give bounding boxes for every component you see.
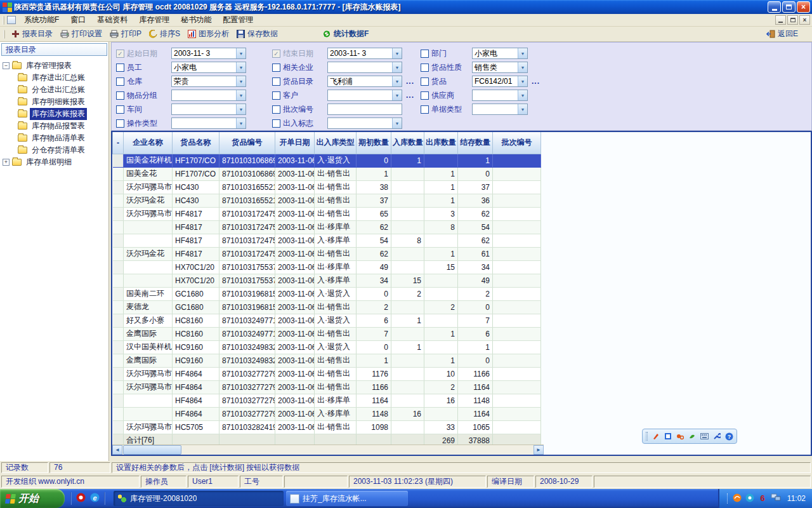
- goods-select[interactable]: FC6142/01▼: [472, 76, 528, 87]
- back-button[interactable]: 返回E: [763, 27, 802, 41]
- batch-no-input[interactable]: [327, 104, 402, 115]
- grid-row-10[interactable]: HX70C1/2087101031755372003-11-06入·移库单341…: [113, 274, 541, 287]
- column-header-10[interactable]: 批次编号: [493, 132, 541, 154]
- start-date-select[interactable]: 2003-11- 3▼: [171, 48, 246, 59]
- tree-item-1[interactable]: −库存管理报表: [3, 60, 108, 72]
- mdi-restore-button[interactable]: [787, 15, 798, 25]
- horizontal-scrollbar[interactable]: ◄ ►: [112, 444, 544, 455]
- grid-row-11[interactable]: 国美南二环GC168087101031968152003-11-06入·退货入0…: [113, 287, 541, 300]
- grid-row-6[interactable]: HF481787101031724752003-11-06出·移库单62854: [113, 220, 541, 234]
- ime-tools-icon[interactable]: [712, 432, 721, 441]
- ime-grip[interactable]: [646, 432, 648, 441]
- column-header-1[interactable]: 企业名称: [124, 132, 173, 154]
- doc-type-select[interactable]: ▼: [472, 104, 528, 115]
- dropdown-arrow-icon[interactable]: ▼: [518, 104, 527, 114]
- ime-help-icon[interactable]: ?: [725, 432, 733, 441]
- inout-flag-checkbox[interactable]: [272, 119, 280, 128]
- taskbar-button-2[interactable]: 挂芳_库存流水帐...: [286, 491, 408, 506]
- grid-row-7[interactable]: HF481787101031724752003-11-06入·移库单54862: [113, 234, 541, 247]
- start-date-checkbox[interactable]: ✓: [116, 50, 124, 58]
- tray-icon-2[interactable]: [745, 493, 754, 504]
- grid-row-12[interactable]: 麦德龙GC168087101031968152003-11-06出·销售出220: [113, 300, 541, 314]
- goods-catalog-select[interactable]: 飞利浦▼: [327, 76, 402, 87]
- customer-checkbox[interactable]: [272, 91, 280, 100]
- ime-keyboard-icon[interactable]: [700, 432, 709, 441]
- employee-select[interactable]: 小家电▼: [171, 62, 246, 73]
- dropdown-arrow-icon[interactable]: ▼: [518, 62, 527, 72]
- goods-nature-select[interactable]: 销售类▼: [472, 62, 528, 73]
- grid-row-20[interactable]: HF486487101032772792003-11-06入·移库单114816…: [113, 407, 541, 420]
- scrollbar-thumb[interactable]: [123, 445, 181, 455]
- column-header-3[interactable]: 货品编号: [219, 132, 275, 154]
- grid-row-9[interactable]: HX70C1/2087101031755372003-11-06出·移库单491…: [113, 260, 541, 274]
- ime-language-bar[interactable]: ?: [642, 429, 737, 444]
- menu-item-1[interactable]: 系统功能F: [18, 13, 65, 27]
- grid-row-3[interactable]: 沃尔玛骡马市HC43087101031655212003-11-06出·销售出3…: [113, 180, 541, 194]
- grid-row-2[interactable]: 国美金花HF1707/CO87101031068692003-11-06出·销售…: [113, 167, 541, 180]
- employee-checkbox[interactable]: [116, 64, 124, 72]
- menu-item-3[interactable]: 基础资料: [91, 13, 133, 27]
- tree-item-4[interactable]: 库存明细账报表: [3, 96, 108, 108]
- tree-item-6[interactable]: 库存物品报警表: [3, 120, 108, 132]
- stats-data-button[interactable]: 统计数据F: [318, 27, 372, 41]
- column-header-8[interactable]: 出库数量: [424, 132, 458, 154]
- scroll-left-button[interactable]: ◄: [112, 445, 122, 455]
- expand-icon[interactable]: +: [3, 159, 10, 166]
- operation-type-select[interactable]: ▼: [171, 117, 246, 129]
- print-setup-button[interactable]: 打印设置: [56, 27, 106, 41]
- grid-row-8[interactable]: 沃尔玛金花HF481787101031724752003-11-06出·销售出6…: [113, 247, 541, 260]
- ime-symbol-icon[interactable]: [676, 432, 684, 441]
- dropdown-arrow-icon[interactable]: ▼: [392, 90, 402, 100]
- menu-item-6[interactable]: 配置管理: [217, 13, 259, 27]
- tree-item-3[interactable]: 分仓进出汇总账: [3, 84, 108, 96]
- dropdown-arrow-icon[interactable]: ▼: [236, 48, 246, 58]
- dropdown-arrow-icon[interactable]: ▼: [236, 118, 246, 128]
- minimize-button[interactable]: [768, 1, 781, 13]
- close-button[interactable]: ×: [797, 1, 810, 13]
- ime-pen-icon[interactable]: [652, 432, 660, 441]
- quicklaunch-ie-icon[interactable]: e: [90, 493, 100, 504]
- grid-row-4[interactable]: 沃尔玛金花HC43087101031655212003-11-06出·销售出37…: [113, 194, 541, 207]
- grid-row-15[interactable]: 汉中国美样机HC916087101032498322003-11-06入·退货入…: [113, 340, 541, 354]
- related-company-checkbox[interactable]: [272, 64, 280, 72]
- item-group-select[interactable]: ▼: [171, 90, 246, 101]
- warehouse-checkbox[interactable]: [116, 77, 124, 86]
- tree-item-8[interactable]: 分仓存货清单表: [3, 144, 108, 156]
- item-group-checkbox[interactable]: [116, 91, 124, 100]
- tree-item-5[interactable]: 库存流水账报表: [3, 108, 108, 120]
- dropdown-arrow-icon[interactable]: ▼: [392, 76, 402, 86]
- grid-row-1[interactable]: 国美金花样机HF1707/CO87101031068692003-11-06入·…: [113, 154, 541, 167]
- tree-item-7[interactable]: 库存物品清单表: [3, 132, 108, 144]
- department-checkbox[interactable]: [421, 50, 429, 58]
- save-data-button[interactable]: 保存数据: [233, 27, 282, 41]
- tray-icon-1[interactable]: [733, 493, 742, 504]
- customer-select[interactable]: ▼: [327, 90, 402, 101]
- taskbar-button-1[interactable]: 库存管理-20081020: [114, 491, 284, 506]
- dropdown-arrow-icon[interactable]: ▼: [518, 48, 527, 58]
- dropdown-arrow-icon[interactable]: ▼: [518, 76, 527, 86]
- column-header-4[interactable]: 开单日期: [275, 132, 315, 154]
- restore-button[interactable]: [782, 1, 796, 13]
- column-header-2[interactable]: 货品名称: [173, 132, 219, 154]
- sort-button[interactable]: 排序S: [145, 27, 184, 41]
- grid-row-18[interactable]: 沃尔玛骡马市HF486487101032772792003-11-06出·销售出…: [113, 380, 541, 394]
- dropdown-arrow-icon[interactable]: ▼: [236, 76, 246, 86]
- quicklaunch-icon-1[interactable]: [76, 493, 86, 504]
- column-header-9[interactable]: 结存数量: [458, 132, 493, 154]
- supplier-select[interactable]: ▼: [472, 90, 528, 101]
- start-button[interactable]: 开始: [0, 489, 65, 508]
- grid-row-13[interactable]: 好又多小寨HC816087101032497712003-11-06入·退货入6…: [113, 314, 541, 327]
- dropdown-arrow-icon[interactable]: ▼: [236, 104, 246, 114]
- operation-type-checkbox[interactable]: [116, 119, 124, 128]
- grid-row-16[interactable]: 金鹰国际HC916087101032498322003-11-06出·销售出11…: [113, 354, 541, 367]
- department-select[interactable]: 小家电▼: [472, 48, 528, 59]
- scroll-right-button[interactable]: ►: [534, 445, 544, 455]
- chart-analysis-button[interactable]: 图形分析: [184, 27, 233, 41]
- tray-network-icon[interactable]: [771, 493, 781, 504]
- dropdown-arrow-icon[interactable]: ▼: [392, 48, 402, 58]
- end-date-checkbox[interactable]: ✓: [272, 50, 280, 58]
- grid-row-5[interactable]: 沃尔玛骡马市HF481787101031724752003-11-06出·销售出…: [113, 207, 541, 220]
- doc-type-checkbox[interactable]: [421, 105, 429, 114]
- dropdown-arrow-icon[interactable]: ▼: [392, 62, 402, 72]
- warehouse-select[interactable]: 荣贵▼: [171, 76, 246, 87]
